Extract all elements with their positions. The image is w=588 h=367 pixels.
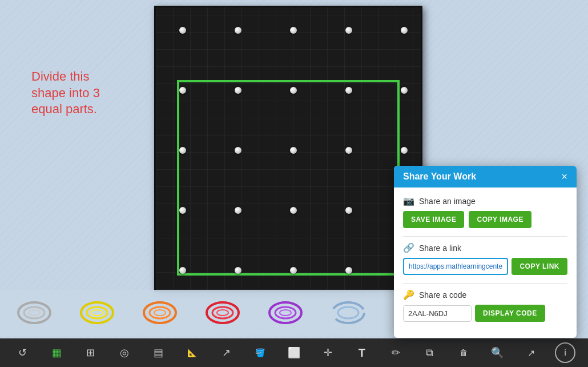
camera-icon: 📷 — [403, 196, 414, 206]
link-icon: 🔗 — [403, 242, 414, 253]
share-code-label: 🔑 Share a code — [403, 289, 567, 300]
instruction-line3: equal parts. — [31, 101, 100, 118]
square-tool-icon[interactable]: ⬜ — [284, 342, 304, 363]
geoboard-pin[interactable] — [401, 27, 408, 34]
instruction-line2: shape into 3 — [31, 85, 100, 102]
rubber-band-shape — [177, 80, 400, 276]
geoboard-pin[interactable] — [235, 207, 241, 214]
geoboard-pin[interactable] — [179, 207, 186, 214]
svg-point-0 — [18, 302, 50, 323]
geoboard-pin[interactable] — [290, 87, 297, 94]
geoboard-pin[interactable] — [290, 207, 297, 214]
divider-1 — [403, 236, 567, 237]
info-icon[interactable]: i — [555, 342, 575, 363]
bucket-icon[interactable]: 🪣 — [250, 342, 271, 363]
svg-point-8 — [154, 310, 166, 316]
svg-point-3 — [81, 302, 113, 323]
svg-point-12 — [269, 302, 301, 323]
geoboard-pin[interactable] — [179, 87, 186, 94]
copy-link-button[interactable]: COPY LINK — [512, 258, 567, 275]
svg-point-2 — [29, 310, 40, 316]
purple-band-item[interactable] — [257, 294, 314, 332]
refresh-icon[interactable]: ↺ — [13, 342, 33, 363]
geoboard-pin[interactable] — [235, 27, 241, 34]
svg-point-15 — [332, 302, 364, 323]
table-icon[interactable]: ▤ — [148, 342, 168, 363]
share-link-label: 🔗 Share a link — [403, 242, 567, 253]
svg-point-4 — [87, 307, 107, 318]
share-code-section: 🔑 Share a code DISPLAY CODE — [403, 289, 567, 322]
share-image-section: 📷 Share an image SAVE IMAGE COPY IMAGE — [403, 196, 567, 228]
instruction-line1: Divide this — [31, 69, 100, 85]
share-image-text: Share an image — [419, 197, 476, 206]
divider-2 — [403, 283, 567, 284]
circle-icon[interactable]: ◎ — [114, 342, 135, 363]
text-tool-icon[interactable]: T — [352, 342, 372, 363]
display-code-button[interactable]: DISPLAY CODE — [475, 305, 545, 322]
share-code-input[interactable] — [403, 305, 472, 322]
save-image-button[interactable]: SAVE IMAGE — [403, 211, 464, 228]
geoboard-pin[interactable] — [235, 267, 241, 274]
share-link-section: 🔗 Share a link COPY LINK — [403, 242, 567, 275]
svg-point-7 — [150, 307, 170, 318]
rubber-band-palette — [0, 290, 422, 336]
pencil-icon[interactable]: ✏ — [385, 342, 406, 363]
white-band-item[interactable] — [6, 294, 63, 332]
share-link-input[interactable] — [403, 258, 508, 275]
svg-point-14 — [280, 310, 291, 316]
copy-image-button[interactable]: COPY IMAGE — [469, 211, 531, 228]
grid-icon[interactable]: ▦ — [46, 342, 67, 363]
geoboard-pin[interactable] — [179, 147, 186, 154]
light-blue-band-item[interactable] — [320, 294, 377, 332]
share-link-text: Share a link — [419, 244, 461, 253]
crosshair-icon[interactable]: ✛ — [317, 342, 338, 363]
toolbar: ↺ ▦ ⊞ ◎ ▤ 📐 ↗ 🪣 ⬜ ✛ T ✏ ⧉ 🗑 🔍 ↗ i — [0, 338, 588, 367]
share-dialog-close-button[interactable]: × — [561, 171, 567, 182]
svg-point-16 — [338, 307, 359, 318]
copy-icon[interactable]: ⧉ — [420, 342, 440, 363]
geoboard-pin[interactable] — [179, 267, 186, 274]
share-dialog-header: Share Your Work × — [394, 166, 577, 188]
geoboard-pin[interactable] — [345, 87, 352, 94]
geoboard-pin[interactable] — [345, 27, 352, 34]
share-dialog-body: 📷 Share an image SAVE IMAGE COPY IMAGE 🔗… — [394, 188, 577, 338]
svg-point-11 — [217, 310, 228, 316]
svg-point-13 — [275, 307, 296, 318]
share-code-row: DISPLAY CODE — [403, 305, 567, 322]
share-image-buttons: SAVE IMAGE COPY IMAGE — [403, 211, 567, 228]
geoboard-pin[interactable] — [290, 267, 297, 274]
geoboard-pin[interactable] — [235, 87, 241, 94]
svg-point-1 — [24, 307, 45, 318]
geoboard[interactable] — [154, 6, 422, 292]
geoboard-pin[interactable] — [179, 27, 186, 34]
geoboard-pin[interactable] — [345, 207, 352, 214]
red-band-item[interactable] — [194, 294, 251, 332]
arrow-tool-icon[interactable]: ↗ — [216, 342, 236, 363]
geoboard-pin[interactable] — [290, 147, 297, 154]
share-image-label: 📷 Share an image — [403, 196, 567, 206]
ruler-icon[interactable]: 📐 — [182, 342, 203, 363]
share-export-icon[interactable]: ↗ — [521, 342, 542, 363]
geoboard-pin[interactable] — [290, 27, 297, 34]
share-dialog-title: Share Your Work — [403, 171, 476, 182]
zoom-icon[interactable]: 🔍 — [487, 342, 508, 363]
geoboard-pin[interactable] — [401, 87, 408, 94]
trash-icon[interactable]: 🗑 — [453, 342, 474, 363]
orange-band-item[interactable] — [131, 294, 188, 332]
geoboard-pin[interactable] — [401, 147, 408, 154]
share-link-row: COPY LINK — [403, 258, 567, 275]
key-icon: 🔑 — [403, 289, 414, 300]
yellow-band-item[interactable] — [69, 294, 126, 332]
svg-point-10 — [212, 307, 233, 318]
geoboard-pin[interactable] — [235, 147, 241, 154]
svg-point-6 — [144, 302, 176, 323]
geoboard-pin[interactable] — [345, 267, 352, 274]
svg-point-5 — [91, 310, 103, 316]
share-dialog: Share Your Work × 📷 Share an image SAVE … — [394, 166, 577, 338]
geoboard-pin[interactable] — [345, 147, 352, 154]
svg-point-9 — [207, 302, 239, 323]
instruction-text: Divide this shape into 3 equal parts. — [31, 69, 100, 118]
grid-dots-icon[interactable]: ⊞ — [80, 342, 101, 363]
share-code-text: Share a code — [419, 290, 466, 300]
